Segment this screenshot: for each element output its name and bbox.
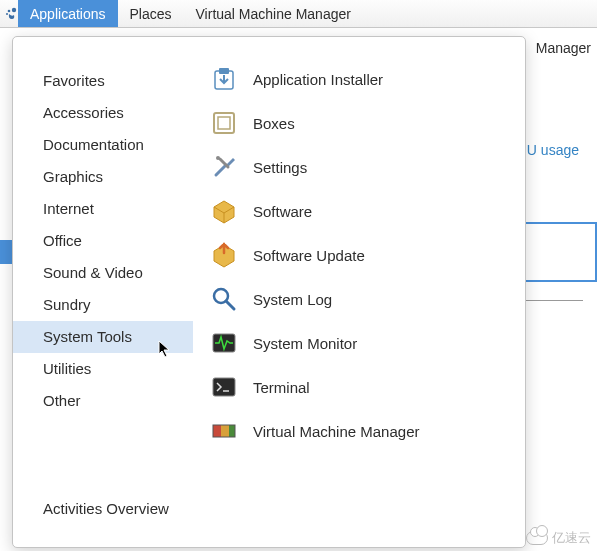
svg-rect-5 <box>214 113 234 133</box>
system-monitor-icon <box>209 328 239 358</box>
app-label: Software <box>253 203 312 220</box>
app-label: Application Installer <box>253 71 383 88</box>
menu-applications-label: Applications <box>30 6 106 22</box>
application-installer-icon <box>209 64 239 94</box>
svg-point-7 <box>216 156 220 160</box>
category-office[interactable]: Office <box>13 225 193 257</box>
app-system-log[interactable]: System Log <box>203 277 515 321</box>
category-graphics[interactable]: Graphics <box>13 161 193 193</box>
category-documentation[interactable]: Documentation <box>13 129 193 161</box>
app-label: Terminal <box>253 379 310 396</box>
system-log-icon <box>209 284 239 314</box>
applications-dropdown: Favorites Accessories Documentation Grap… <box>12 36 526 548</box>
menu-vmm[interactable]: Virtual Machine Manager <box>184 0 363 27</box>
app-system-monitor[interactable]: System Monitor <box>203 321 515 365</box>
cloud-icon <box>526 531 548 545</box>
terminal-icon <box>209 372 239 402</box>
app-application-installer[interactable]: Application Installer <box>203 57 515 101</box>
app-label: Virtual Machine Manager <box>253 423 419 440</box>
boxes-icon <box>209 108 239 138</box>
virtual-machine-manager-icon <box>209 416 239 446</box>
svg-rect-13 <box>229 425 235 437</box>
activities-overview[interactable]: Activities Overview <box>13 490 193 535</box>
settings-icon <box>209 152 239 182</box>
app-boxes[interactable]: Boxes <box>203 101 515 145</box>
svg-rect-4 <box>219 68 229 74</box>
svg-point-1 <box>8 9 11 12</box>
svg-point-2 <box>6 13 8 15</box>
menubar: Applications Places Virtual Machine Mana… <box>0 0 597 28</box>
category-internet[interactable]: Internet <box>13 193 193 225</box>
svg-rect-11 <box>213 425 221 437</box>
window-title-fragment: Manager <box>536 40 591 56</box>
category-list: Favorites Accessories Documentation Grap… <box>13 37 193 547</box>
menu-places[interactable]: Places <box>118 0 184 27</box>
gnome-logo-icon <box>0 0 18 27</box>
category-sundry[interactable]: Sundry <box>13 289 193 321</box>
app-software-update[interactable]: Software Update <box>203 233 515 277</box>
app-label: System Log <box>253 291 332 308</box>
app-label: System Monitor <box>253 335 357 352</box>
menu-vmm-label: Virtual Machine Manager <box>196 6 351 22</box>
category-favorites[interactable]: Favorites <box>13 65 193 97</box>
category-accessories[interactable]: Accessories <box>13 97 193 129</box>
app-label: Boxes <box>253 115 295 132</box>
cpu-chart-selected <box>523 222 597 282</box>
selection-highlight <box>0 240 12 264</box>
app-label: Settings <box>253 159 307 176</box>
menu-places-label: Places <box>130 6 172 22</box>
category-other[interactable]: Other <box>13 385 193 417</box>
svg-rect-6 <box>218 117 230 129</box>
category-sound-video[interactable]: Sound & Video <box>13 257 193 289</box>
app-virtual-machine-manager[interactable]: Virtual Machine Manager <box>203 409 515 453</box>
svg-rect-12 <box>221 425 229 437</box>
software-icon <box>209 196 239 226</box>
menu-applications[interactable]: Applications <box>18 0 118 27</box>
mouse-cursor-icon <box>158 340 172 358</box>
watermark: 亿速云 <box>526 529 591 547</box>
app-terminal[interactable]: Terminal <box>203 365 515 409</box>
cpu-usage-label: U usage <box>527 142 579 158</box>
app-software[interactable]: Software <box>203 189 515 233</box>
application-list: Application Installer Boxes Settings Sof… <box>193 37 525 547</box>
svg-rect-10 <box>213 378 235 396</box>
software-update-icon <box>209 240 239 270</box>
watermark-text: 亿速云 <box>552 529 591 547</box>
cpu-chart-axis <box>523 300 583 312</box>
app-label: Software Update <box>253 247 365 264</box>
app-settings[interactable]: Settings <box>203 145 515 189</box>
svg-point-0 <box>12 7 16 11</box>
